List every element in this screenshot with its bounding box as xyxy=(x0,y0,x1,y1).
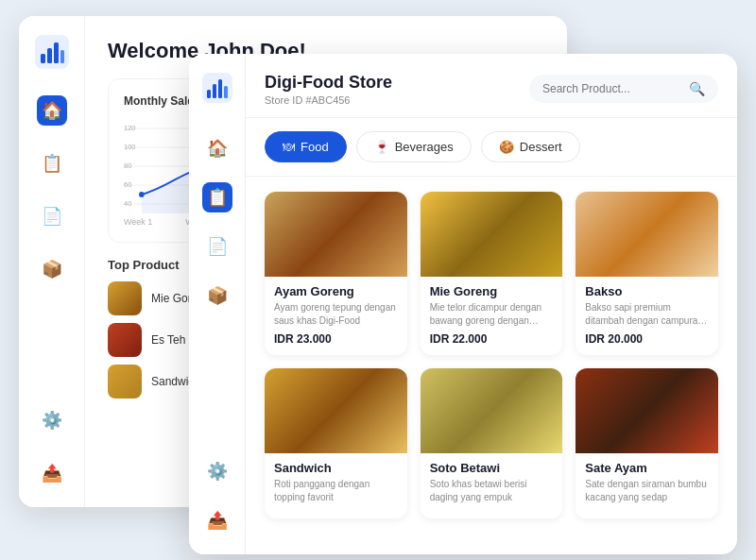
svg-rect-22 xyxy=(218,79,222,98)
svg-rect-3 xyxy=(54,42,59,63)
beverages-tab-icon: 🍷 xyxy=(374,140,389,154)
front-panel: 🏠 📋 📄 📦 ⚙️ 📤 Digi-Food Store Store ID #A… xyxy=(189,54,737,554)
product-card-ayam-goreng[interactable]: Ayam Goreng Ayam goreng tepung dengan sa… xyxy=(265,192,407,355)
front-sidebar-products-icon[interactable]: 📦 xyxy=(202,280,232,311)
product-desc-bakso: Bakso sapi premium ditambah dengan campu… xyxy=(585,301,709,328)
svg-text:80: 80 xyxy=(124,161,132,169)
back-logo xyxy=(35,35,69,73)
product-name-soto-betawi: Soto Betawi xyxy=(430,461,554,475)
front-sidebar-reports-icon[interactable]: 📄 xyxy=(202,231,232,262)
store-name: Digi-Food Store xyxy=(265,73,392,93)
product-card-bakso[interactable]: Bakso Bakso sapi premium ditambah dengan… xyxy=(576,192,718,355)
svg-point-15 xyxy=(139,192,145,197)
tab-food[interactable]: 🍽 Food xyxy=(265,131,347,162)
top-product-thumb-1 xyxy=(108,281,142,315)
svg-text:60: 60 xyxy=(124,179,132,188)
product-desc-soto-betawi: Soto khas betawi berisi daging yang empu… xyxy=(430,478,554,504)
product-img-mie-goreng xyxy=(421,192,563,277)
svg-rect-19 xyxy=(202,73,232,103)
dessert-tab-icon: 🍪 xyxy=(499,140,514,154)
front-logo xyxy=(202,73,232,114)
product-body-ayam-goreng: Ayam Goreng Ayam goreng tepung dengan sa… xyxy=(265,277,407,355)
svg-rect-21 xyxy=(213,84,216,98)
front-main-content: Digi-Food Store Store ID #ABC456 🔍 🍽 Foo… xyxy=(246,54,737,554)
front-sidebar-logout-icon[interactable]: 📤 xyxy=(202,505,232,535)
tab-dessert[interactable]: 🍪 Dessert xyxy=(481,131,580,162)
store-info: Digi-Food Store Store ID #ABC456 xyxy=(265,73,392,106)
back-sidebar-settings-icon[interactable]: ⚙️ xyxy=(37,405,67,435)
product-img-bakso xyxy=(576,192,718,277)
front-sidebar: 🏠 📋 📄 📦 ⚙️ 📤 xyxy=(189,54,246,554)
product-desc-sandwich: Roti panggang dengan topping favorit xyxy=(274,478,398,504)
back-sidebar-orders-icon[interactable]: 📋 xyxy=(37,148,67,178)
back-sidebar-home-icon[interactable]: 🏠 xyxy=(37,95,67,126)
dessert-tab-label: Dessert xyxy=(520,140,562,154)
front-sidebar-orders-icon[interactable]: 📋 xyxy=(202,182,232,212)
svg-rect-23 xyxy=(224,86,228,98)
svg-rect-4 xyxy=(60,50,64,63)
front-sidebar-settings-icon[interactable]: ⚙️ xyxy=(202,456,232,486)
svg-rect-1 xyxy=(41,54,45,63)
svg-rect-20 xyxy=(207,90,211,98)
product-price-bakso: IDR 20.000 xyxy=(585,332,709,346)
svg-text:40: 40 xyxy=(124,198,132,207)
tab-beverages[interactable]: 🍷 Beverages xyxy=(356,131,472,162)
back-sidebar-logout-icon[interactable]: 📤 xyxy=(37,458,67,488)
product-desc-sate-ayam: Sate dengan siraman bumbu kacang yang se… xyxy=(585,478,709,504)
product-desc-ayam-goreng: Ayam goreng tepung dengan saus khas Digi… xyxy=(274,301,398,328)
store-id: Store ID #ABC456 xyxy=(265,94,392,106)
product-card-sate-ayam[interactable]: Sate Ayam Sate dengan siraman bumbu kaca… xyxy=(576,368,718,518)
product-name-bakso: Bakso xyxy=(585,284,709,298)
svg-text:120: 120 xyxy=(124,123,136,131)
products-grid: Ayam Goreng Ayam goreng tepung dengan sa… xyxy=(246,177,737,554)
product-body-sandwich: Sandwich Roti panggang dengan topping fa… xyxy=(265,453,407,518)
product-card-sandwich[interactable]: Sandwich Roti panggang dengan topping fa… xyxy=(265,368,407,518)
top-product-thumb-3 xyxy=(108,365,142,399)
product-card-soto-betawi[interactable]: Soto Betawi Soto khas betawi berisi dagi… xyxy=(421,368,563,518)
back-sidebar-reports-icon[interactable]: 📄 xyxy=(37,201,67,231)
product-body-bakso: Bakso Bakso sapi premium ditambah dengan… xyxy=(576,277,718,355)
food-tab-icon: 🍽 xyxy=(283,140,295,154)
product-img-sate-ayam xyxy=(576,368,718,453)
product-desc-mie-goreng: Mie telor dicampur dengan bawang goreng … xyxy=(430,301,554,328)
food-tab-label: Food xyxy=(301,140,329,154)
front-sidebar-home-icon[interactable]: 🏠 xyxy=(202,133,232,163)
product-card-mie-goreng[interactable]: Mie Goreng Mie telor dicampur dengan baw… xyxy=(421,192,563,355)
product-img-sandwich xyxy=(265,368,407,453)
product-name-mie-goreng: Mie Goreng xyxy=(430,284,554,298)
beverages-tab-label: Beverages xyxy=(395,140,454,154)
category-tabs: 🍽 Food 🍷 Beverages 🍪 Dessert xyxy=(246,118,737,177)
product-name-sate-ayam: Sate Ayam xyxy=(585,461,709,475)
svg-rect-2 xyxy=(47,48,52,63)
product-body-sate-ayam: Sate Ayam Sate dengan siraman bumbu kaca… xyxy=(576,453,718,518)
search-icon: 🔍 xyxy=(689,81,705,96)
product-img-ayam-goreng xyxy=(265,192,407,277)
search-input[interactable] xyxy=(542,82,681,95)
back-sidebar-products-icon[interactable]: 📦 xyxy=(37,254,67,284)
product-body-soto-betawi: Soto Betawi Soto khas betawi berisi dagi… xyxy=(421,453,563,518)
product-name-ayam-goreng: Ayam Goreng xyxy=(274,284,398,298)
search-bar[interactable]: 🔍 xyxy=(529,75,718,103)
product-name-sandwich: Sandwich xyxy=(274,461,398,475)
front-header: Digi-Food Store Store ID #ABC456 🔍 xyxy=(246,54,737,118)
back-sidebar: 🏠 📋 📄 📦 ⚙️ 📤 xyxy=(19,16,85,507)
product-price-mie-goreng: IDR 22.000 xyxy=(430,332,554,346)
top-product-thumb-2 xyxy=(108,323,142,357)
product-img-soto-betawi xyxy=(421,368,563,453)
product-body-mie-goreng: Mie Goreng Mie telor dicampur dengan baw… xyxy=(421,277,563,355)
product-price-ayam-goreng: IDR 23.000 xyxy=(274,332,398,346)
svg-text:100: 100 xyxy=(124,142,136,150)
